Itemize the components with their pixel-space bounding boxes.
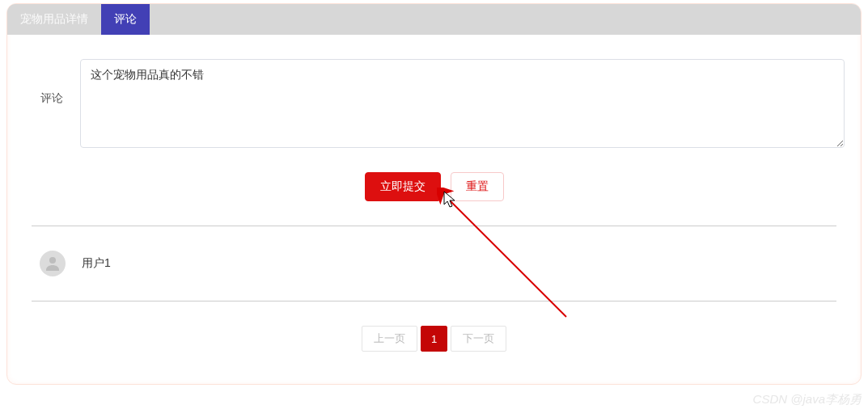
reset-button[interactable]: 重置: [451, 172, 504, 201]
submit-button[interactable]: 立即提交: [365, 172, 441, 201]
next-page-button[interactable]: 下一页: [451, 326, 506, 352]
tab-bar: 宠物用品详情 评论: [7, 4, 861, 35]
pagination: 上一页 1 下一页: [23, 301, 845, 368]
svg-point-0: [49, 257, 56, 264]
tab-detail[interactable]: 宠物用品详情: [7, 4, 101, 35]
button-row: 立即提交 重置: [23, 164, 845, 226]
user-icon: [43, 254, 62, 273]
comment-input[interactable]: [80, 59, 845, 148]
comment-form-row: 评论: [23, 59, 845, 148]
main-panel: 宠物用品详情 评论 评论 立即提交 重置 用户1 上一页: [6, 3, 862, 385]
tab-comment[interactable]: 评论: [101, 4, 150, 35]
page-number-current[interactable]: 1: [421, 326, 447, 352]
comment-list: 用户1: [32, 226, 836, 301]
watermark: CSDN @java李杨勇: [753, 392, 862, 407]
prev-page-button[interactable]: 上一页: [362, 326, 417, 352]
avatar: [40, 251, 66, 276]
tab-content: 评论 立即提交 重置 用户1 上一页 1 下一页: [7, 35, 861, 384]
username: 用户1: [82, 256, 111, 271]
comment-label: 评论: [23, 59, 80, 106]
list-item: 用户1: [32, 226, 836, 301]
